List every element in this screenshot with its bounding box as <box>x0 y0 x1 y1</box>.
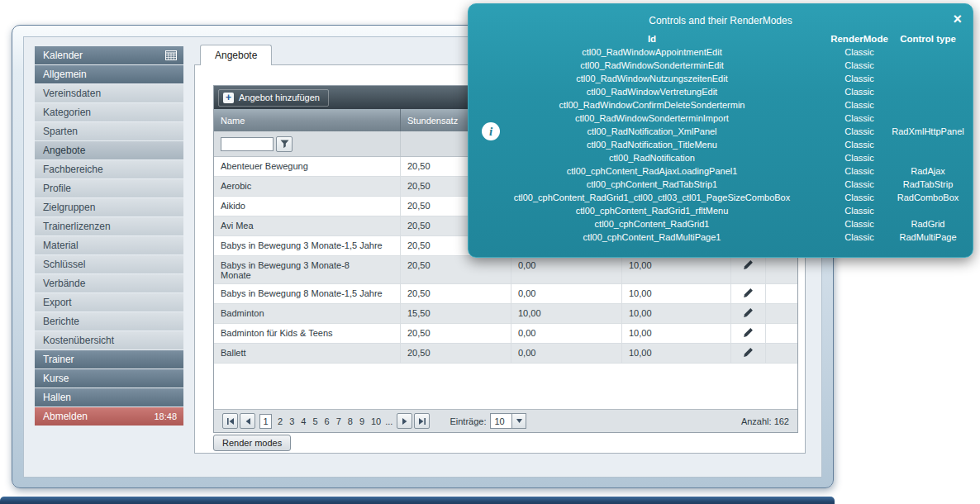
control-id: ctl00_RadWindowNutzungszeitenEdit <box>477 74 827 83</box>
control-rendermode: Classic <box>827 126 892 136</box>
rendermode-row: ctl00_cphContent_RadTabStrip1 Classic Ra… <box>477 178 964 191</box>
sidebar-item[interactable]: Profile <box>35 179 183 197</box>
column-header-controltype: Control type <box>892 34 964 44</box>
control-id: ctl00_cphContent_RadGrid1_rfltMenu <box>477 206 827 216</box>
sidebar-item-label: Kurse <box>43 373 69 384</box>
page-number-link[interactable]: 2 <box>278 416 283 426</box>
edit-icon[interactable] <box>743 288 754 298</box>
edit-icon[interactable] <box>743 259 754 270</box>
sidebar-item-label: Zielgruppen <box>43 202 95 213</box>
sidebar-item[interactable]: Berichte <box>35 312 183 330</box>
control-rendermode: Classic <box>827 100 892 110</box>
sidebar-item[interactable]: Kostenübersicht <box>35 331 183 349</box>
cell-value-4: 10,00 <box>621 284 730 303</box>
control-id: ctl00_cphContent_RadAjaxLoadingPanel1 <box>477 166 827 176</box>
rendermode-row: ctl00_RadWindowSonderterminImport Classi… <box>477 112 964 125</box>
control-rendermode: Classic <box>827 179 892 189</box>
control-type: RadMultiPage <box>892 232 964 242</box>
control-id: ctl00_RadWindowSonderterminEdit <box>477 60 827 70</box>
page-number-link[interactable]: 6 <box>325 416 330 426</box>
page-number-link[interactable]: 5 <box>312 416 317 426</box>
next-page-button[interactable] <box>397 413 412 429</box>
edit-icon[interactable] <box>743 307 754 318</box>
cell-empty <box>765 256 797 283</box>
control-rendermode: Classic <box>827 60 892 70</box>
cell-name: Babys in Bewegung 8 Monate-1,5 Jahre <box>214 284 400 303</box>
sidebar-item[interactable]: Fachbereiche <box>35 160 183 178</box>
sidebar-item[interactable]: Hallen <box>35 388 183 407</box>
sidebar-item[interactable]: Material <box>35 236 183 254</box>
sidebar-item[interactable]: Vereinsdaten <box>35 84 183 102</box>
control-rendermode: Classic <box>827 140 892 150</box>
page-size-combobox[interactable]: 10 <box>490 413 526 429</box>
sidebar-item-label: Fachbereiche <box>43 164 103 175</box>
page-number-link[interactable]: 7 <box>336 416 341 426</box>
sidebar-item-label: Sparten <box>43 126 78 137</box>
sidebar-item[interactable]: Trainerlizenzen <box>35 217 183 235</box>
sidebar-item[interactable]: Angebote <box>35 141 183 159</box>
page-number-link[interactable]: 10 <box>371 416 381 426</box>
cell-name: Abenteuer Bewegung <box>214 157 400 176</box>
sidebar-item-label: Abmelden <box>43 411 88 422</box>
control-type: RadGrid <box>892 219 964 229</box>
close-icon[interactable]: × <box>953 12 962 26</box>
rendermode-row: ctl00_cphContent_RadGrid1 Classic RadGri… <box>477 217 964 231</box>
name-filter-input[interactable] <box>221 137 274 151</box>
cell-name: Ballett <box>214 344 400 363</box>
sidebar-item[interactable]: Kurse <box>35 369 183 388</box>
cell-empty <box>765 324 797 343</box>
sidebar-item[interactable]: Export <box>35 293 183 311</box>
calendar-icon <box>165 50 177 60</box>
sidebar-item[interactable]: Abmelden 18:48 <box>35 407 183 426</box>
cell-name: Badminton für Kids & Teens <box>214 324 400 343</box>
sidebar-item[interactable]: Sparten <box>35 122 183 140</box>
control-id: ctl00_RadWindowSonderterminImport <box>477 113 827 123</box>
cell-name: Badminton <box>214 304 400 323</box>
prev-page-button[interactable] <box>240 413 255 429</box>
sidebar-item-label: Kalender <box>43 50 83 61</box>
sidebar-item[interactable]: Allgemein <box>35 65 183 83</box>
control-rendermode: Classic <box>827 206 892 216</box>
sidebar-item-label: Trainerlizenzen <box>43 221 111 232</box>
sidebar-item[interactable]: Kalender <box>35 46 183 64</box>
control-rendermode: Classic <box>827 153 892 163</box>
edit-icon[interactable] <box>743 347 754 358</box>
control-type: RadComboBox <box>892 193 964 202</box>
cell-value-3: 0,00 <box>511 256 621 283</box>
page-number-link[interactable]: 9 <box>359 416 364 426</box>
sidebar-item-label: Allgemein <box>43 69 87 80</box>
rendermode-row: ctl00_RadWindowAppointmentEdit Classic <box>477 45 964 59</box>
rendermode-row: ctl00_RadWindowVertretungEdit Classic <box>477 85 964 98</box>
sidebar-item-label: Trainer <box>43 354 74 365</box>
tab-angebote[interactable]: Angebote <box>200 45 272 65</box>
cell-value-4: 10,00 <box>621 256 730 283</box>
page-number-link[interactable]: 4 <box>301 416 306 426</box>
control-rendermode: Classic <box>827 219 892 229</box>
cell-value-4: 10,00 <box>621 304 730 323</box>
current-page[interactable]: 1 <box>259 414 272 429</box>
sidebar-item-label: Kostenübersicht <box>43 335 114 346</box>
table-row: Badminton für Kids & Teens 20,50 0,00 10… <box>214 324 797 344</box>
column-header-name[interactable]: Name <box>214 109 400 131</box>
last-page-button[interactable] <box>414 413 430 429</box>
first-page-button[interactable] <box>222 413 238 429</box>
edit-icon[interactable] <box>743 327 754 338</box>
control-id: ctl00_RadWindowAppointmentEdit <box>477 47 827 57</box>
rendermode-row: ctl00_RadWindowConfirmDeleteSondertermin… <box>477 98 964 112</box>
sidebar-item[interactable]: Schlüssel <box>35 255 183 273</box>
filter-button[interactable] <box>276 136 293 152</box>
cell-stundensatz: 20,50 <box>400 344 511 363</box>
add-angebot-button[interactable]: + Angebot hinzufügen <box>218 89 329 107</box>
page-number-link[interactable]: 3 <box>289 416 294 426</box>
cell-value-3: 0,00 <box>511 284 621 303</box>
info-icon: i <box>482 122 500 140</box>
page-ellipsis: ... <box>385 416 392 426</box>
chevron-down-icon[interactable] <box>512 413 526 429</box>
sidebar-item[interactable]: Kategorien <box>35 103 183 121</box>
sidebar-item[interactable]: Trainer <box>35 350 183 368</box>
sidebar-item[interactable]: Zielgruppen <box>35 198 183 216</box>
page-number-link[interactable]: 8 <box>348 416 353 426</box>
render-modes-button[interactable]: Render modes <box>213 435 291 451</box>
sidebar-item[interactable]: Verbände <box>35 274 183 292</box>
control-id: ctl00_cphContent_RadMultiPage1 <box>477 232 827 242</box>
